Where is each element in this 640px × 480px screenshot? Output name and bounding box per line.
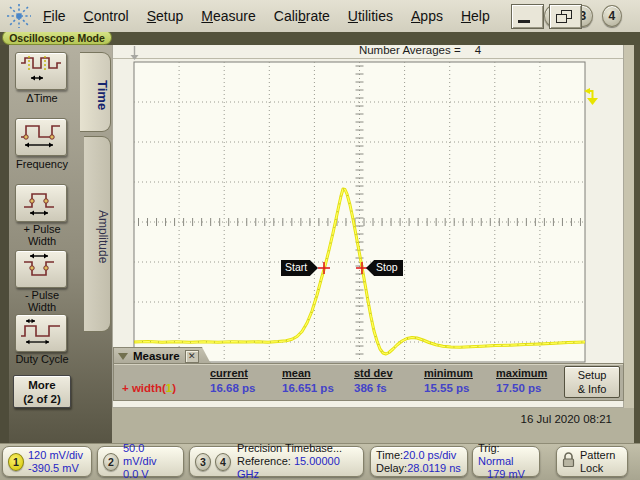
datetime-display: 16 Jul 2020 08:21 [400,413,612,425]
delta-time-icon [18,54,64,88]
channel2-badge: 2 [103,453,119,471]
trig-mode: Normal [478,455,513,467]
frequency-icon [18,120,64,154]
channel2-scale: 50.0 mV/div [123,442,178,468]
tab-amplitude-label: Amplitude [96,204,110,263]
duty-cycle-label: Duty Cycle [0,353,84,365]
restore-button[interactable] [549,4,582,29]
measure-row-label: + width(1) [122,379,210,394]
pattern-lock-label: Pattern Lock [580,449,615,475]
measure-value-minimum: 15.55 ps [424,379,496,394]
measure-col-std-dev: std dev [354,366,424,379]
precision-timebase-label: Precision Timebase... [237,442,358,455]
tab-time-label: Time [95,74,110,110]
measure-panel: currentmeanstd devminimummaximum+ width(… [113,363,624,401]
oscilloscope-screen: Number Averages = 4 Start Stop Measure ✕… [0,0,640,480]
collapse-triangle-icon[interactable] [118,353,128,360]
time-label: Time: [376,449,403,461]
measure-value-std-dev: 386 fs [354,379,424,394]
delta-time-button[interactable] [15,52,67,90]
start-marker-label: Start [285,261,307,273]
channel-button-4[interactable]: 4 [602,5,622,27]
menu-item-apps[interactable]: Apps [402,4,452,28]
number-averages: Number Averages = 4 [300,44,540,58]
measure-col-maximum: maximum [496,366,568,379]
menu: FileControlSetupMeasureCalibrateUtilitie… [34,4,499,28]
channel1-status-button[interactable]: 1 120 mV/div -390.5 mV [2,446,92,477]
mode-badge: Oscilloscope Mode [2,30,112,45]
screen-right-edge [634,32,640,443]
reference-label: Reference: [237,455,294,467]
menu-item-file[interactable]: File [34,4,75,28]
number-averages-label: Number Averages = [359,44,461,58]
graph-right-margin [624,44,634,408]
minimize-button[interactable] [511,4,544,29]
sidebar: ΔTimeFrequency+ Pulse Width- Pulse Width… [0,45,112,443]
setup-info-button[interactable]: Setup & Info [564,366,620,398]
minimize-icon [518,20,530,23]
minus-pulse-width-label: - Pulse Width [0,289,84,313]
timebase-status-button[interactable]: 3 4 Precision Timebase... Reference: 15.… [189,446,364,477]
frequency-button[interactable] [15,118,67,156]
mode-strip: Oscilloscope Mode [0,32,640,45]
channel1-badge: 1 [8,453,24,471]
delay-value: 28.0119 ns [407,462,461,474]
trig-label: Trig: [478,442,500,454]
trigger-status-button[interactable]: Trig: Normal 179 mV [472,446,540,477]
duty-cycle-icon [18,316,64,350]
time-value: 20.0 ps/div [403,449,456,461]
graph-top-separator [113,58,623,59]
channel1-scale: 120 mV/div [28,449,83,462]
menu-item-measure[interactable]: Measure [192,4,264,28]
tab-amplitude[interactable]: Amplitude [84,136,111,332]
padlock-icon [562,452,575,472]
channel4-badge: 4 [215,453,231,471]
menu-item-calibrate[interactable]: Calibrate [265,4,339,28]
minus-pulse-width-button[interactable] [15,250,67,288]
status-bar: 1 120 mV/div -390.5 mV 2 50.0 mV/div 0.0… [0,443,640,480]
measure-table: currentmeanstd devminimummaximum+ width(… [122,366,568,394]
agilent-logo-icon [4,2,34,30]
pattern-lock-button[interactable]: Pattern Lock [556,446,628,477]
more-button[interactable]: More (2 of 2) [13,375,71,408]
menu-item-utilities[interactable]: Utilities [339,4,402,28]
menu-item-help[interactable]: Help [452,4,499,28]
measure-value-current: 16.68 ps [210,379,282,394]
measure-value-maximum: 17.50 ps [496,379,568,394]
channel2-status-button[interactable]: 2 50.0 mV/div 0.0 V [97,446,184,477]
number-averages-value: 4 [475,44,481,58]
channel1-offset: -390.5 mV [28,462,83,475]
measure-close-button[interactable]: ✕ [185,350,199,363]
channel3-badge: 3 [195,453,211,471]
frequency-label: Frequency [0,158,84,170]
measure-tab-title: Measure [133,350,180,362]
tab-time[interactable]: Time [80,52,111,132]
plus-pulse-width-icon [18,186,64,220]
menu-item-control[interactable]: Control [75,4,138,28]
delta-time-label: ΔTime [0,92,84,104]
minus-pulse-width-icon [18,252,64,286]
plus-pulse-width-label: + Pulse Width [0,223,84,247]
measure-col-current: current [210,366,282,379]
delay-label: Delay: [376,462,407,474]
plus-pulse-width-button[interactable] [15,184,67,222]
measure-value-mean: 16.651 ps [282,379,354,394]
measure-panel-tab[interactable]: Measure ✕ [113,347,211,364]
stop-marker-label: Stop [376,261,398,273]
duty-cycle-button[interactable] [15,314,67,352]
measure-col-mean: mean [282,366,354,379]
menu-item-setup[interactable]: Setup [138,4,193,28]
trig-level: 179 mV [487,468,525,480]
channel2-offset: 0.0 V [123,468,178,480]
menu-bar: FileControlSetupMeasureCalibrateUtilitie… [0,0,640,32]
time-delay-status-button[interactable]: Time:20.0 ps/div Delay:28.0119 ns [370,446,468,477]
measure-col-minimum: minimum [424,366,496,379]
